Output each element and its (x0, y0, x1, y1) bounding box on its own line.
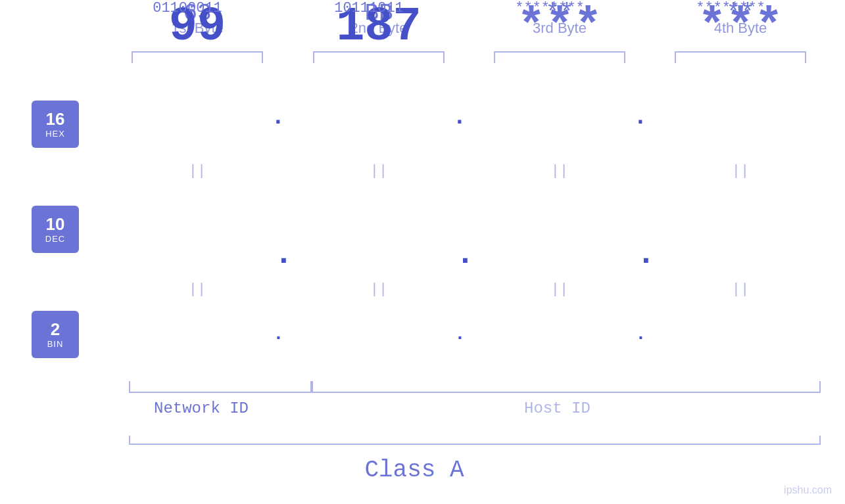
hex-dot-2: . (452, 104, 467, 131)
bin-b1: 01100011 (122, 0, 253, 16)
dec-dot-3: . (637, 237, 656, 272)
bin-b3: ******** (484, 0, 616, 16)
eq-hex-dec-2: || (313, 163, 445, 179)
bin-badge-number: 2 (51, 320, 60, 339)
hex-badge-number: 16 (46, 110, 65, 129)
bin-dot-1: . (273, 324, 284, 344)
dec-dot-2: . (456, 237, 475, 272)
dec-badge-label: DEC (45, 234, 65, 244)
eq-dec-bin-2: || (313, 281, 445, 298)
eq-dec-bin-4: || (675, 281, 806, 298)
eq-hex-dec-3: || (494, 163, 625, 179)
host-id-label: Host ID (524, 400, 591, 417)
hex-badge: 16 HEX (32, 101, 79, 148)
class-label: Class A (0, 457, 829, 484)
bracket-full-bottom (129, 436, 821, 445)
eq-dec-bin-3: || (494, 281, 625, 298)
hex-dot-1: . (271, 104, 285, 131)
bin-b4: ******** (665, 0, 796, 16)
dec-dot-1: . (274, 237, 293, 272)
bin-b2: 10111011 (303, 0, 435, 16)
bin-dot-3: . (635, 324, 646, 344)
bracket-host-bottom (312, 381, 821, 393)
eq-hex-dec-1: || (132, 163, 263, 179)
watermark: ipshu.com (784, 484, 832, 496)
network-id-label: Network ID (154, 400, 249, 417)
eq-dec-bin-1: || (132, 281, 263, 298)
eq-hex-dec-4: || (675, 163, 806, 179)
hex-dot-3: . (633, 104, 648, 131)
dec-badge-number: 10 (46, 215, 65, 234)
dec-badge: 10 DEC (32, 206, 79, 253)
hex-badge-label: HEX (45, 129, 65, 139)
bracket-network-bottom (129, 381, 312, 393)
bin-badge-label: BIN (47, 339, 64, 349)
bin-dot-2: . (454, 324, 466, 344)
main-container: 1st Byte 2nd Byte 3rd Byte 4th Byte 16 H… (0, 0, 845, 504)
bin-badge: 2 BIN (32, 311, 79, 358)
